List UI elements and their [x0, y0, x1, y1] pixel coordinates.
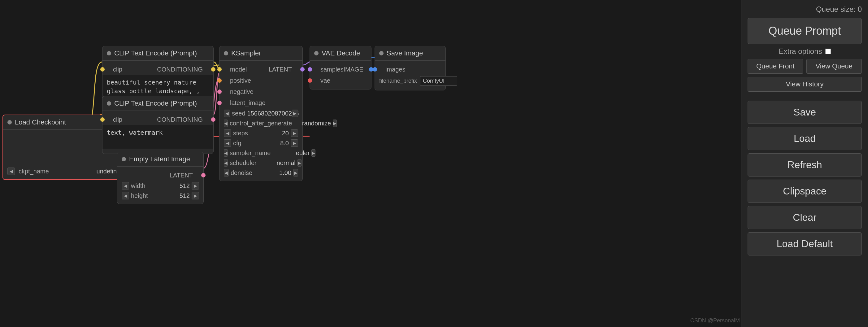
watermark: CSDN @PersonalM [690, 318, 740, 324]
conditioning-port-1[interactable] [211, 67, 215, 71]
ksampler-sampler-row: ◀ sampler_name euler ▶ [219, 148, 303, 158]
extra-options-row: Extra options [778, 47, 831, 56]
control-prev-btn[interactable]: ◀ [224, 120, 228, 127]
ksampler-latent-port[interactable] [300, 67, 305, 71]
clip-encode-2-input-label: clip [113, 116, 122, 123]
ckpt-prev-btn[interactable]: ◀ [7, 168, 15, 175]
ksampler-model-port[interactable] [217, 67, 222, 71]
ksampler-denoise-value: 1.00 [254, 169, 291, 177]
ksampler-node: KSampler model LATENT positive negative [219, 46, 303, 181]
ksampler-model-label: model [230, 66, 247, 73]
save-image-dot [379, 51, 383, 55]
vae-decode-body: samples IMAGE vae [310, 61, 371, 89]
ksampler-denoise-label: denoise [230, 169, 252, 177]
save-images-port[interactable] [373, 67, 377, 71]
vae-decode-dot [314, 51, 318, 55]
clip-input-port-2[interactable] [100, 117, 105, 122]
clip-encode-1-title: CLIP Text Encode (Prompt) [114, 49, 197, 57]
ksampler-positive-port[interactable] [217, 78, 222, 83]
height-prev-btn[interactable]: ◀ [122, 192, 129, 200]
clip-encode-2-dot [107, 101, 111, 106]
vae-decode-node: VAE Decode samples IMAGE vae [310, 46, 371, 89]
scheduler-prev-btn[interactable]: ◀ [224, 159, 228, 167]
empty-latent-body: LATENT ◀ width 512 ▶ ◀ height 512 ▶ [117, 167, 204, 204]
view-queue-button[interactable]: View Queue [806, 59, 862, 74]
clip-input-port-1[interactable] [100, 67, 105, 71]
ksampler-scheduler-label: scheduler [230, 159, 257, 167]
ksampler-positive-label: positive [230, 77, 251, 84]
cfg-prev-btn[interactable]: ◀ [224, 139, 231, 147]
empty-latent-port[interactable] [201, 173, 206, 177]
ksampler-negative-port[interactable] [217, 89, 222, 94]
refresh-button[interactable]: Refresh [748, 153, 862, 177]
filename-prefix-label: filename_prefix [379, 78, 417, 84]
queue-front-button[interactable]: Queue Front [748, 59, 803, 74]
denoise-next-btn[interactable]: ▶ [293, 169, 298, 177]
load-checkpoint-title: Load Checkpoint [15, 118, 66, 126]
ksampler-negative-label: negative [230, 88, 253, 95]
ksampler-control-row: ◀ control_after_generate randomize ▶ [219, 118, 303, 128]
ksampler-sampler-label: sampler_name [230, 150, 271, 157]
clip-encode-2-textarea[interactable]: text, watermark [102, 125, 213, 149]
empty-latent-node: Empty Latent Image LATENT ◀ width 512 ▶ … [117, 152, 204, 204]
canvas-area[interactable]: Load Checkpoint MODEL CLIP VAE ◀ ckpt_na… [0, 0, 743, 327]
save-button[interactable]: Save [748, 101, 862, 124]
denoise-prev-btn[interactable]: ◀ [224, 169, 229, 177]
scheduler-next-btn[interactable]: ▶ [298, 159, 302, 167]
save-image-input-row: images [375, 64, 445, 75]
clip-encode-1-input-label: clip [113, 66, 122, 73]
width-prev-btn[interactable]: ◀ [122, 182, 129, 189]
clip-encode-1-output-label: CONDITIONING [157, 66, 203, 73]
vae-samples-label: samples [320, 66, 343, 73]
height-next-btn[interactable]: ▶ [192, 192, 199, 200]
vae-vae-label: vae [320, 77, 330, 84]
view-history-button[interactable]: View History [748, 77, 862, 92]
seed-prev-btn[interactable]: ◀ [224, 110, 230, 117]
queue-front-view-queue-row: Queue Front View Queue [748, 59, 862, 74]
vae-vae-port[interactable] [308, 78, 312, 83]
steps-next-btn[interactable]: ▶ [291, 129, 298, 137]
cfg-next-btn[interactable]: ▶ [291, 139, 298, 147]
ksampler-steps-label: steps [233, 130, 250, 137]
ksampler-latent-image-label: latent_image [230, 99, 266, 107]
ksampler-cfg-label: cfg [233, 140, 250, 147]
width-next-btn[interactable]: ▶ [192, 182, 199, 189]
clip-encode-1-dot [107, 51, 111, 55]
ksampler-cfg-row: ◀ cfg 8.0 ▶ [219, 138, 303, 148]
steps-prev-btn[interactable]: ◀ [224, 129, 231, 137]
clip-encode-2-header: CLIP Text Encode (Prompt) [102, 96, 213, 111]
filename-prefix-input[interactable] [420, 76, 457, 86]
ksampler-cfg-value: 8.0 [252, 140, 289, 147]
ksampler-title: KSampler [231, 49, 261, 57]
filename-prefix-row: filename_prefix [375, 75, 445, 87]
clip-encode-1-input-row: clip CONDITIONING [102, 64, 213, 75]
clipspace-button[interactable]: Clipspace [748, 180, 862, 203]
load-checkpoint-dot [7, 120, 12, 124]
ksampler-control-value: randomize [294, 120, 331, 127]
vae-decode-title: VAE Decode [322, 49, 360, 57]
sampler-next-btn[interactable]: ▶ [311, 149, 315, 157]
load-button[interactable]: Load [748, 127, 862, 150]
ksampler-dot [224, 51, 228, 55]
load-default-button[interactable]: Load Default [748, 232, 862, 256]
ksampler-control-label: control_after_generate [230, 120, 292, 127]
save-image-body: images filename_prefix [375, 61, 445, 90]
conditioning-port-2[interactable] [211, 117, 215, 122]
clear-button[interactable]: Clear [748, 206, 862, 229]
empty-height-row: ◀ height 512 ▶ [117, 191, 204, 201]
ksampler-latent-input-port[interactable] [217, 101, 222, 105]
ksampler-sampler-value: euler [272, 150, 310, 157]
sampler-prev-btn[interactable]: ◀ [224, 149, 228, 157]
empty-width-value: 512 [153, 182, 190, 189]
ksampler-negative-row: negative [219, 86, 303, 97]
seed-next-btn[interactable]: ▶ [292, 110, 298, 117]
vae-samples-port[interactable] [308, 67, 312, 71]
ksampler-positive-row: positive [219, 75, 303, 86]
ksampler-seed-row: ◀ seed 156680208700286 ▶ [219, 108, 303, 118]
right-panel: Queue size: 0 Queue Prompt Extra options… [741, 0, 868, 327]
ksampler-steps-row: ◀ steps 20 ▶ [219, 128, 303, 138]
control-next-btn[interactable]: ▶ [333, 120, 337, 127]
queue-prompt-button[interactable]: Queue Prompt [748, 18, 862, 44]
ksampler-seed-label: seed [232, 110, 245, 117]
extra-options-checkbox[interactable] [825, 49, 831, 54]
